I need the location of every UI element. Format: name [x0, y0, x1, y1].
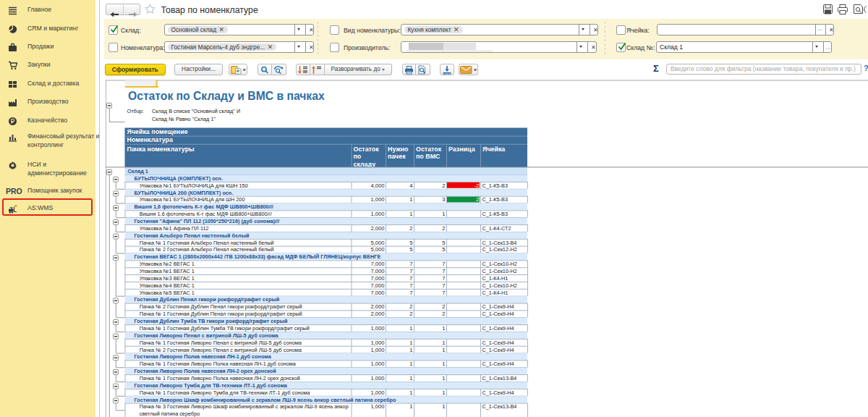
svg-text:Ячейка помещение: Ячейка помещение [127, 128, 188, 135]
svg-text:Гостиная Ливорно Тумба для ТВ-: Гостиная Ливорно Тумба для ТВ-техники ЛТ… [135, 382, 288, 389]
svg-text:4,000: 4,000 [370, 182, 384, 189]
svg-text:2,000: 2,000 [370, 225, 384, 232]
svg-text:по ВМС: по ВМС [416, 153, 441, 160]
svg-text:2: 2 [476, 196, 479, 203]
svg-text:2: 2 [442, 303, 445, 310]
svg-text:2: 2 [442, 225, 445, 232]
svg-text:7: 7 [442, 290, 445, 296]
svg-text:2: 2 [442, 311, 445, 317]
svg-text:5: 5 [442, 246, 445, 253]
svg-text:Пачка № 1 Гостиная Альберо Пен: Пачка № 1 Гостиная Альберо Пенал настенн… [140, 240, 274, 246]
svg-text:С_1-К4-СТ2: С_1-К4-СТ2 [482, 225, 511, 232]
svg-text:7: 7 [442, 282, 445, 289]
svg-text:7: 7 [409, 282, 412, 289]
svg-text:Гостиная Ливорно Пенал с витри: Гостиная Ливорно Пенал с витриной ЛШ-5 д… [135, 332, 279, 339]
svg-text:Пачка № 3 Гостиная Ливорно Шка: Пачка № 3 Гостиная Ливорно Шкаф комбинир… [140, 403, 349, 410]
svg-text:Гостиная Ливорно Шкаф комбинир: Гостиная Ливорно Шкаф комбинированный с … [135, 397, 396, 403]
svg-text:7,000: 7,000 [370, 268, 384, 274]
svg-text:БУТЫЛОЧНИЦА 200 (КОМПЛЕКТ) осн: БУТЫЛОЧНИЦА 200 (КОМПЛЕКТ) осн. [135, 190, 234, 196]
svg-text:7: 7 [442, 275, 445, 282]
svg-text:1,000: 1,000 [370, 196, 384, 203]
svg-text:по: по [354, 153, 362, 160]
svg-text:складу: складу [354, 161, 376, 168]
svg-text:С_1-К5-В3: С_1-К5-В3 [482, 211, 508, 217]
svg-text:1: 1 [409, 196, 412, 203]
svg-text:Упаковка №3 ВЕГАС 1: Упаковка №3 ВЕГАС 1 [140, 275, 195, 282]
svg-text:С_1-Сек10-Н2: С_1-Сек10-Н2 [482, 268, 517, 274]
svg-text:1,000: 1,000 [370, 403, 384, 410]
svg-text:1: 1 [442, 361, 445, 367]
svg-text:7,000: 7,000 [370, 261, 384, 267]
svg-text:7,000: 7,000 [370, 282, 384, 289]
svg-text:Пачка № 1 Гостиная Ливорно Пол: Пачка № 1 Гостиная Ливорно Полка навесна… [140, 361, 297, 367]
svg-text:7: 7 [409, 261, 412, 267]
svg-text:С_1-Сек9-Н4: С_1-Сек9-Н4 [482, 303, 514, 310]
svg-text:С_1-Сек9-Н4: С_1-Сек9-Н4 [482, 325, 514, 332]
svg-text:1: 1 [409, 340, 412, 346]
svg-text:5,000: 5,000 [370, 240, 384, 246]
svg-text:Упаковка №4 ВЕГАС 1: Упаковка №4 ВЕГАС 1 [140, 282, 195, 289]
svg-text:1: 1 [442, 347, 445, 353]
svg-text:7,000: 7,000 [370, 290, 384, 296]
svg-text:Упаковка №1 Афина ПЛ 112: Упаковка №1 Афина ПЛ 112 [140, 225, 209, 232]
svg-text:5: 5 [409, 246, 412, 253]
svg-text:Вишня 1,6 фотопечать К-т фас М: Вишня 1,6 фотопечать К-т фас МДФ ШВ800+Ш… [140, 211, 273, 217]
svg-text:1,000: 1,000 [370, 375, 384, 382]
svg-text:1: 1 [409, 347, 412, 353]
svg-text:Склад 1: Склад 1 [128, 168, 148, 174]
svg-text:С_1-Сек13-В4: С_1-Сек13-В4 [482, 240, 517, 246]
svg-text:Вишня 1,6 фотопечать К-т фас М: Вишня 1,6 фотопечать К-т фас МДФ ШВ800+Ш… [135, 203, 273, 210]
svg-text:Остаток: Остаток [416, 146, 442, 153]
svg-text:Номенклатура: Номенклатура [127, 136, 174, 143]
svg-text:2: 2 [409, 303, 412, 310]
svg-text:4: 4 [409, 182, 412, 189]
svg-text:5: 5 [409, 240, 412, 246]
svg-text:2,000: 2,000 [370, 311, 384, 317]
svg-text:Пачка № 1 Гостиная Дублин Пена: Пачка № 1 Гостиная Дублин Пенал гикори р… [140, 311, 302, 317]
svg-text:Пачка № 1 Гостиная Дублин Тумб: Пачка № 1 Гостиная Дублин Тумба ТВ гикор… [140, 325, 310, 332]
svg-text:С_1-К4-Н1: С_1-К4-Н1 [482, 275, 509, 282]
svg-text:1: 1 [442, 403, 445, 410]
svg-text:Отбор:: Отбор: [127, 108, 144, 114]
svg-text:Упаковка №1 БУТЫЛОЧНИЦА для ШН: Упаковка №1 БУТЫЛОЧНИЦА для ШН 200 [140, 196, 245, 203]
svg-text:-2: -2 [475, 182, 480, 189]
svg-text:Склад № Равно "Склад 1": Склад № Равно "Склад 1" [152, 116, 216, 122]
svg-text:1,000: 1,000 [370, 361, 384, 367]
svg-text:Остаток по Складу и ВМС в пачк: Остаток по Складу и ВМС в пачках [128, 90, 325, 102]
svg-text:7: 7 [409, 268, 412, 274]
svg-text:С_1-Сек9-Н4: С_1-Сек9-Н4 [482, 340, 514, 346]
svg-text:7: 7 [409, 290, 412, 296]
svg-text:5,000: 5,000 [370, 246, 384, 253]
svg-text:С_1-Сек9-Н4: С_1-Сек9-Н4 [482, 361, 514, 367]
svg-text:Пачка № 1 Гостиная Ливорно Пен: Пачка № 1 Гостиная Ливорно Пенал с витри… [140, 340, 302, 346]
svg-text:2: 2 [442, 182, 445, 189]
svg-text:светлый патина серебро: светлый патина серебро [140, 410, 200, 417]
svg-text:1,000: 1,000 [370, 340, 384, 346]
svg-text:Гостиная Ливорно Полка навесна: Гостиная Ливорно Полка навесная ЛН-1 дуб… [135, 353, 272, 360]
svg-text:1: 1 [409, 389, 412, 396]
svg-text:Гостиная "Афина" ПЛ 112 (1050*: Гостиная "Афина" ПЛ 112 (1050*250*216) (… [135, 218, 280, 224]
svg-text:3: 3 [442, 196, 445, 203]
svg-text:Пачка № 2 Гостиная Альберо Пен: Пачка № 2 Гостиная Альберо Пенал настенн… [140, 246, 274, 253]
svg-text:Разница: Разница [448, 146, 475, 153]
svg-text:2: 2 [409, 311, 412, 317]
svg-text:Склад В списке "Основной склад: Склад В списке "Основной склад" И [152, 108, 240, 114]
svg-text:Пачка № 1 Гостиная Ливорно Пол: Пачка № 1 Гостиная Ливорно Полка навесна… [140, 375, 300, 382]
svg-text:1: 1 [442, 325, 445, 332]
svg-text:Пачка номенклатуры: Пачка номенклатуры [127, 146, 195, 153]
svg-text:7,000: 7,000 [370, 275, 384, 282]
svg-text:Упаковка №2 ВЕГАС 1: Упаковка №2 ВЕГАС 1 [140, 261, 195, 267]
svg-text:Пачка № 1 Гостиная Ливорно Тум: Пачка № 1 Гостиная Ливорно Тумба для ТВ-… [140, 389, 311, 396]
svg-text:1,000: 1,000 [370, 389, 384, 396]
svg-text:С_1-К5-В3: С_1-К5-В3 [482, 182, 508, 189]
svg-text:С_1-Сек9-Н4: С_1-Сек9-Н4 [482, 389, 514, 396]
svg-text:7: 7 [409, 275, 412, 282]
svg-text:Упаковка №1 ВЕГАС 1: Упаковка №1 ВЕГАС 1 [140, 268, 195, 274]
svg-text:Гостиная Альберо Пенал настенн: Гостиная Альберо Пенал настенный белый [135, 232, 250, 239]
svg-text:Пачка № 2 Гостиная Ливорно Пен: Пачка № 2 Гостиная Ливорно Пенал с витри… [140, 347, 302, 353]
svg-text:Гостиная Дублин Тумба ТВ гикор: Гостиная Дублин Тумба ТВ гикори рокфорд/… [135, 318, 288, 324]
svg-text:5: 5 [442, 240, 445, 246]
svg-text:1: 1 [442, 375, 445, 382]
svg-text:С_1-Сек9-Н4: С_1-Сек9-Н4 [482, 311, 514, 317]
svg-text:1: 1 [442, 389, 445, 396]
